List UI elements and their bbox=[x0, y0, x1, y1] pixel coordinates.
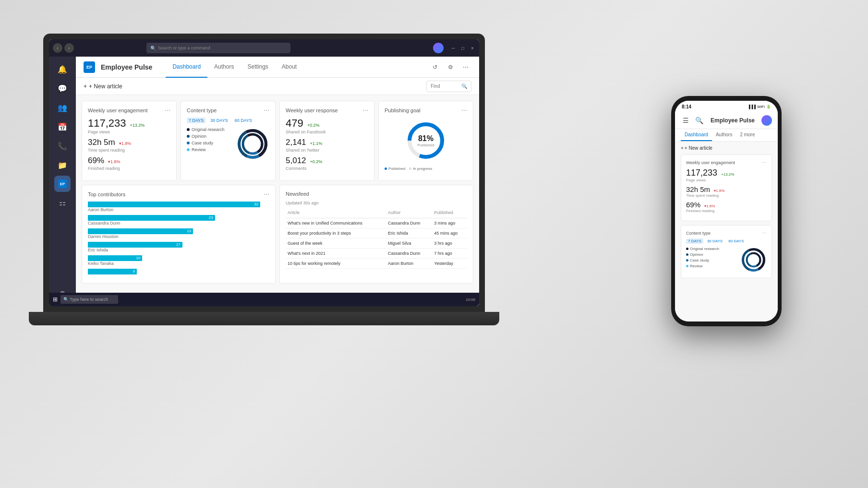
filter-60days[interactable]: 60 DAYS bbox=[233, 118, 254, 123]
sidebar-icon-files[interactable]: 📁 bbox=[54, 156, 71, 174]
sidebar-icon-chat[interactable]: 💬 bbox=[54, 80, 71, 97]
settings-button[interactable]: ⚙ bbox=[445, 61, 456, 73]
phone-finished-label: Finished reading bbox=[686, 209, 767, 213]
phone-plus-icon: + bbox=[681, 145, 684, 151]
contributor-bar-1: 32 Aaron Burton bbox=[88, 202, 269, 212]
phone-weekly-engagement-title: Weekly user engagement bbox=[686, 160, 735, 165]
sidebar-icon-employee-pulse[interactable]: EP bbox=[54, 176, 71, 192]
twitter-label: Shared on Twitter bbox=[286, 148, 368, 153]
phone-tab-dashboard[interactable]: Dashboard bbox=[681, 129, 712, 141]
weekly-response-header: Weekly user response ⋯ bbox=[286, 107, 368, 114]
forward-button[interactable]: › bbox=[64, 43, 74, 53]
contributors-header: Top contributors ⋯ bbox=[88, 191, 269, 198]
teams-main: EP Employee Pulse Dashboard Authors Sett… bbox=[76, 57, 479, 306]
table-row: 10 tips for working remotely Aaron Burto… bbox=[286, 258, 467, 268]
phone-time-spent-value: 32h 5m bbox=[686, 185, 710, 193]
published-legend: Published bbox=[385, 167, 405, 171]
facebook-change: +0.2% bbox=[307, 123, 320, 128]
laptop-base bbox=[29, 312, 499, 325]
finished-label: Finished reading bbox=[88, 166, 170, 171]
phone-donut-chart bbox=[740, 247, 767, 273]
phone-filter-60days[interactable]: 60 DAYS bbox=[726, 238, 746, 244]
phone-filter-7days[interactable]: 7 DAYS bbox=[686, 238, 703, 244]
refresh-button[interactable]: ↺ bbox=[429, 61, 441, 73]
phone-content-filters: 7 DAYS 30 DAYS 60 DAYS bbox=[686, 238, 767, 244]
search-taskbar[interactable]: 🔍 Type here to search bbox=[60, 295, 118, 304]
card-menu-icon[interactable]: ⋯ bbox=[165, 107, 170, 114]
contributor-bar-2: 23 Cassandra Dunn bbox=[88, 215, 269, 226]
phone-finished-value: 69% bbox=[686, 201, 700, 209]
author-col-header: Author bbox=[386, 208, 432, 218]
filter-7days[interactable]: 7 DAYS bbox=[187, 118, 205, 123]
battery-icon: 🔋 bbox=[766, 105, 771, 109]
page-views-value: 117,233 bbox=[88, 118, 126, 129]
phone-tab-more[interactable]: 2 more bbox=[736, 129, 759, 141]
publishing-goal-title: Publishing goal bbox=[385, 107, 421, 113]
more-options-button[interactable]: ⋯ bbox=[460, 61, 471, 73]
publishing-goal-menu-icon[interactable]: ⋯ bbox=[461, 107, 467, 114]
sidebar-icon-apps[interactable]: ⚏ bbox=[54, 194, 71, 211]
phone-finished-change: ▾1.8% bbox=[704, 204, 715, 208]
phone-filter-30days[interactable]: 30 DAYS bbox=[705, 238, 724, 244]
content-type-body: Original research Opinion bbox=[187, 127, 269, 161]
published-cell: Yesterday bbox=[432, 258, 467, 268]
weekly-response-card: Weekly user response ⋯ 479 +0.2% Sha bbox=[279, 101, 374, 181]
user-avatar[interactable] bbox=[433, 43, 444, 53]
filter-30days[interactable]: 30 DAYS bbox=[208, 118, 229, 123]
content-type-title: Content type bbox=[187, 107, 217, 113]
find-input-container[interactable]: 🔍 bbox=[426, 81, 471, 92]
contributors-list: 32 Aaron Burton 23 Ca bbox=[88, 202, 269, 274]
app-icon: EP bbox=[84, 61, 95, 73]
author-cell: Miguel Silva bbox=[386, 238, 432, 248]
phone-new-article-button[interactable]: + + New article bbox=[681, 145, 712, 151]
contributor-bar-4: 17 Eric Ishida bbox=[88, 242, 269, 252]
scene: ‹ › 🔍 Search or type a command ─ □ × bbox=[0, 0, 868, 488]
find-input[interactable] bbox=[431, 83, 459, 89]
app-header-actions: ↺ ⚙ ⋯ bbox=[429, 61, 471, 73]
tab-authors[interactable]: Authors bbox=[207, 57, 241, 78]
signal-icon: ▐▐▐ bbox=[747, 105, 756, 109]
weekly-response-menu-icon[interactable]: ⋯ bbox=[362, 107, 368, 114]
phone-time-spent-row: 32h 5m ▾1.8% Time spent reading bbox=[686, 185, 767, 198]
tab-settings[interactable]: Settings bbox=[241, 57, 275, 78]
content-type-filters: 7 DAYS 30 DAYS 60 DAYS bbox=[187, 118, 269, 123]
contributors-menu-icon[interactable]: ⋯ bbox=[264, 191, 269, 198]
titlebar-search[interactable]: 🔍 Search or type a command bbox=[146, 43, 290, 53]
phone-content-type-menu[interactable]: ⋯ bbox=[762, 230, 767, 236]
sidebar-icon-calendar[interactable]: 📅 bbox=[54, 118, 71, 135]
menu-icon[interactable]: ☰ bbox=[681, 116, 690, 125]
phone-tab-authors[interactable]: Authors bbox=[712, 129, 736, 141]
phone-content-type-title: Content type bbox=[686, 231, 711, 236]
phone-card-header: Weekly user engagement ⋯ bbox=[686, 160, 767, 165]
sidebar-icon-activity[interactable]: 🔔 bbox=[54, 60, 71, 78]
maximize-button[interactable]: □ bbox=[460, 45, 466, 51]
tab-dashboard[interactable]: Dashboard bbox=[166, 57, 207, 78]
tab-about[interactable]: About bbox=[275, 57, 303, 78]
sidebar-icon-teams[interactable]: 👥 bbox=[54, 99, 71, 116]
close-button[interactable]: × bbox=[470, 45, 475, 51]
phone-card-menu[interactable]: ⋯ bbox=[762, 160, 767, 165]
comments-row: 5,012 +0.2% Comments bbox=[286, 156, 368, 171]
phone-content-type-card: Content type ⋯ 7 DAYS 30 DAYS 60 DAYS bbox=[681, 225, 772, 278]
legend-review: Review bbox=[187, 147, 232, 152]
author-cell: Eric Ishida bbox=[386, 228, 432, 238]
contributor-bar-6: 9 bbox=[88, 269, 269, 274]
table-row: Boost your productivity in 3 steps Eric … bbox=[286, 228, 467, 238]
table-row: What's next in 2021 Cassandra Dunn 7 hrs… bbox=[286, 248, 467, 258]
minimize-button[interactable]: ─ bbox=[450, 45, 456, 51]
content-type-card: Content type ⋯ 7 DAYS 30 DAYS 60 DAYS bbox=[181, 101, 276, 181]
phone-page-views-label: Page views bbox=[686, 178, 767, 182]
card-header: Weekly user engagement ⋯ bbox=[88, 107, 170, 114]
phone-body: 8:14 ▐▐▐ WiFi 🔋 ☰ 🔍 Employee Pulse bbox=[671, 96, 782, 326]
contributor-bar-3: 19 Darren Houston bbox=[88, 228, 269, 239]
newsfeed-header: Newsfeed bbox=[286, 191, 467, 197]
phone-avatar[interactable] bbox=[761, 115, 772, 126]
new-article-button[interactable]: + + New article bbox=[84, 83, 122, 90]
content-type-menu-icon[interactable]: ⋯ bbox=[264, 107, 269, 114]
phone-search-icon[interactable]: 🔍 bbox=[694, 116, 704, 125]
back-button[interactable]: ‹ bbox=[53, 43, 62, 53]
article-cell: What's next in 2021 bbox=[286, 248, 386, 258]
taskbar: ⊞ 🔍 Type here to search 10:06 bbox=[49, 293, 479, 306]
sidebar-icon-calls[interactable]: 📞 bbox=[54, 137, 71, 155]
legend-case-study: Case study bbox=[187, 141, 232, 145]
